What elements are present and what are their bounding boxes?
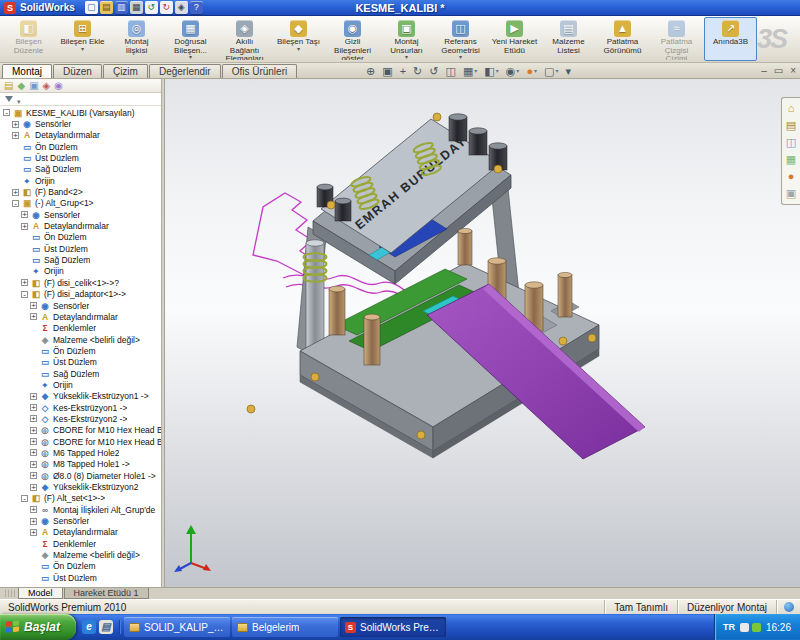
tree-item[interactable]: +ADetaylandırmalar (0, 220, 161, 231)
expand-icon[interactable]: + (30, 484, 37, 491)
bill-of-materials-button[interactable]: ▤Malzeme Listesi (542, 17, 595, 61)
pan-icon[interactable]: + (400, 64, 406, 78)
document-close-button[interactable]: × (790, 64, 796, 77)
tree-item[interactable]: +◉Sensörler (0, 515, 161, 526)
configurationmanager-tab[interactable]: ▣ (29, 80, 38, 91)
expand-icon[interactable]: + (30, 529, 37, 536)
tree-item[interactable]: +◎Ø8.0 (8) Diameter Hole1 -> (0, 470, 161, 481)
splitbar-icon[interactable] (5, 590, 15, 597)
show-desktop-icon[interactable]: ▤ (99, 620, 113, 634)
dimxpertmanager-tab[interactable]: ◈ (43, 80, 51, 91)
section-view-icon[interactable]: ◫ (446, 64, 456, 78)
tree-item[interactable]: ▭Üst Düzlem (0, 572, 161, 583)
hide-show-items-icon[interactable]: ◉▾ (506, 64, 520, 78)
reference-geometry-button[interactable]: ◫Referans Geometrisi▾ (434, 17, 487, 61)
expand-icon[interactable]: + (21, 223, 28, 230)
tree-item[interactable]: ▭Ön Düzlem (0, 345, 161, 356)
show-hidden-components-button[interactable]: ◉Gizli Bileşenleri göster (326, 17, 379, 61)
options-icon[interactable]: ◈ (175, 1, 188, 14)
rotate-view-icon[interactable]: ↻ (413, 64, 422, 78)
tree-item[interactable]: ▭Ön Düzlem (0, 141, 161, 152)
tab-değerlendir[interactable]: Değerlendir (149, 64, 221, 78)
language-indicator[interactable]: TR (723, 622, 735, 632)
internet-explorer-icon[interactable]: e (82, 620, 96, 634)
file-explorer-tab[interactable]: ◫ (786, 136, 796, 149)
resources-tab[interactable]: ⌂ (788, 102, 795, 115)
model-tab-1[interactable]: Model (18, 588, 63, 599)
expand-icon[interactable]: + (30, 404, 37, 411)
custom-properties-tab[interactable]: ▣ (786, 187, 796, 200)
exploded-view-button[interactable]: ▲Patlatma Görünümü (596, 17, 649, 61)
tree-item[interactable]: +◉Sensörler (0, 300, 161, 311)
insert-component-button[interactable]: ⊞Bileşen Ekle▾ (56, 17, 109, 61)
expand-icon[interactable]: + (21, 279, 28, 286)
help-icon[interactable]: ? (190, 1, 203, 14)
tree-item[interactable]: ▭Ön Düzlem (0, 561, 161, 572)
tree-item[interactable]: +◎CBORE for M10 Hex Head Bolt1 (0, 425, 161, 436)
expand-icon[interactable]: + (30, 438, 37, 445)
model-3d-view[interactable]: EMRAH BURULDAY (165, 79, 800, 587)
tree-item[interactable]: ▭Üst Düzlem (0, 152, 161, 163)
tree-item[interactable]: ΣDenklemler (0, 323, 161, 334)
tab-düzen[interactable]: Düzen (53, 64, 102, 78)
explode-line-sketch-button[interactable]: ≈Patlatma Çizgisi Çizimi (650, 17, 703, 61)
tree-item[interactable]: +◎M6 Tapped Hole2 (0, 447, 161, 458)
document-restore-button[interactable]: ▭ (774, 64, 783, 77)
tree-item[interactable]: -◧(F) Alt_set<1>-> (0, 493, 161, 504)
apply-scene-icon[interactable]: ▢▾ (544, 64, 558, 78)
tree-item[interactable]: ΣDenklemler (0, 538, 161, 549)
tree-item[interactable]: +◧(F) Band<2> (0, 186, 161, 197)
collapse-icon[interactable]: - (12, 200, 19, 207)
appearances-tab[interactable]: ● (788, 170, 795, 183)
tree-item[interactable]: -▣(-) Alt_Grup<1> (0, 198, 161, 209)
tree-item[interactable]: ▭Sağ Düzlem (0, 368, 161, 379)
status-quick-tips-icon[interactable] (776, 600, 800, 614)
document-minimize-button[interactable]: – (761, 64, 767, 77)
instant3d-button[interactable]: ↗Anında3B (704, 17, 757, 61)
move-component-button[interactable]: ◆Bileşen Taşı▾ (272, 17, 325, 61)
expand-icon[interactable]: + (30, 427, 37, 434)
displaymanager-tab[interactable]: ◉ (54, 80, 63, 91)
linear-component-pattern-button[interactable]: ▦Doğrusal Bileşen...▾ (164, 17, 217, 61)
tree-item[interactable]: ⌖Orijin (0, 266, 161, 277)
tree-item[interactable]: +◆Yükseklik-Ekstrüzyon1 -> (0, 391, 161, 402)
undo-icon[interactable]: ↺ (145, 1, 158, 14)
zoom-fit-icon[interactable]: ⊕ (366, 64, 375, 78)
taskbar-task-3[interactable]: SSolidWorks Premium 2... (340, 617, 446, 637)
taskbar-task-1[interactable]: SOLID_KALIP_TASAR... (124, 617, 230, 637)
assembly-features-button[interactable]: ▣Montaj Unsurları▾ (380, 17, 433, 61)
tree-item[interactable]: ⌖Orijin (0, 379, 161, 390)
network-icon[interactable] (752, 623, 761, 632)
print-icon[interactable]: ▦ (130, 1, 143, 14)
tree-item[interactable]: +ADetaylandırmalar (0, 130, 161, 141)
rebuild-icon[interactable]: ↻ (160, 1, 173, 14)
tree-item[interactable]: +◆Yükseklik-Ekstrüzyon2 (0, 481, 161, 492)
tree-item[interactable]: +ADetaylandırmalar (0, 311, 161, 322)
tree-item[interactable]: +∞Montaj İlişkileri Alt_Grup'de (0, 504, 161, 515)
tab-ofis-ürünleri[interactable]: Ofis Ürünleri (222, 64, 298, 78)
tree-item[interactable]: +◧(F) disi_celik<1>->? (0, 277, 161, 288)
filter-funnel-icon[interactable] (5, 96, 13, 102)
tree-item[interactable]: ▭Sağ Düzlem (0, 164, 161, 175)
tree-item[interactable]: +◎M8 Tapped Hole1 -> (0, 459, 161, 470)
tree-item[interactable]: +◉Sensörler (0, 118, 161, 129)
new-motion-study-button[interactable]: ▶Yeni Hareket Etüdü (488, 17, 541, 61)
tree-item[interactable]: ◈Malzeme <belirli değil> (0, 334, 161, 345)
tab-montaj[interactable]: Montaj (2, 64, 52, 78)
new-document-icon[interactable]: ▢ (85, 1, 98, 14)
tree-item[interactable]: +◇Kes-Ekstrüzyon2 -> (0, 413, 161, 424)
collapse-icon[interactable]: - (3, 109, 10, 116)
display-style-icon[interactable]: ◧▾ (484, 64, 498, 78)
expand-icon[interactable]: + (12, 189, 19, 196)
tree-item[interactable]: -◧(F) disi_adaptor<1>-> (0, 289, 161, 300)
collapse-icon[interactable]: - (21, 495, 28, 502)
expand-icon[interactable]: + (12, 132, 19, 139)
view-orientation-icon[interactable]: ▦▾ (463, 64, 477, 78)
expand-icon[interactable]: + (30, 449, 37, 456)
expand-icon[interactable]: + (30, 415, 37, 422)
tree-item[interactable]: ▭Üst Düzlem (0, 243, 161, 254)
previous-view-icon[interactable]: ↺ (429, 64, 438, 78)
tree-item[interactable]: +◇Kes-Ekstrüzyon1 -> (0, 402, 161, 413)
view-palette-tab[interactable]: ▦ (786, 153, 796, 166)
expand-icon[interactable]: + (12, 121, 19, 128)
